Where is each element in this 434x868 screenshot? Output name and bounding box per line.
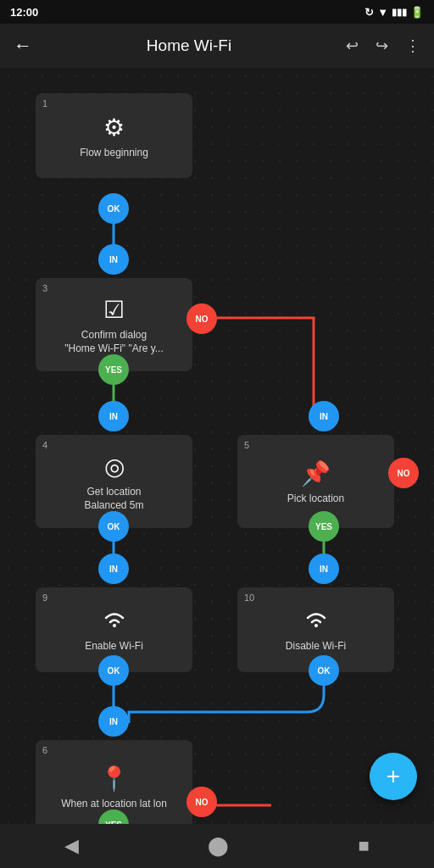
node-1-ok-connector[interactable]: OK xyxy=(98,193,129,224)
node-10-num: 10 xyxy=(244,593,254,603)
flow-canvas[interactable]: 1 ⚙ Flow beginning OK IN 3 ☑ Confirm dia… xyxy=(0,68,434,868)
top-bar-actions: ↩ ↪ ⋮ xyxy=(339,30,427,62)
wifi-enable-icon xyxy=(102,608,127,635)
node-10-ok-connector[interactable]: OK xyxy=(309,655,339,686)
status-time: 12:00 xyxy=(10,6,38,19)
wifi-status-icon: ▼ xyxy=(377,6,388,19)
svg-point-6 xyxy=(314,624,318,627)
nav-back-button[interactable]: ◀ xyxy=(58,828,86,864)
node-9-num: 9 xyxy=(42,593,47,603)
add-flow-button[interactable]: + xyxy=(370,753,417,800)
status-bar: 12:00 ↻ ▼ ▮▮▮ 🔋 xyxy=(0,0,434,24)
nav-stop-button[interactable]: ■ xyxy=(352,828,376,864)
gear-icon: ⚙ xyxy=(103,114,125,142)
redo-button[interactable]: ↪ xyxy=(369,30,395,62)
page-title: Home Wi-Fi xyxy=(46,36,332,55)
node-6-no-connector[interactable]: NO xyxy=(186,787,217,817)
node-3-no-connector[interactable]: NO xyxy=(186,303,217,334)
node-flow-beginning[interactable]: 1 ⚙ Flow beginning xyxy=(36,93,192,178)
node-3-yes-connector[interactable]: YES xyxy=(98,354,129,385)
node-3-num: 3 xyxy=(42,283,47,293)
nav-home-button[interactable]: ⬤ xyxy=(201,828,236,864)
status-icons: ↻ ▼ ▮▮▮ 🔋 xyxy=(364,6,424,19)
signal-icon: ▮▮▮ xyxy=(392,7,407,18)
target-icon: ◎ xyxy=(104,453,125,481)
node-4-label: Get locationBalanced 5m xyxy=(84,486,143,512)
check-icon: ☑ xyxy=(103,296,125,324)
node-9-ok-connector[interactable]: OK xyxy=(98,655,129,686)
node-6-in-connector[interactable]: IN xyxy=(98,706,129,737)
node-1-num: 1 xyxy=(42,98,47,108)
node-5-num: 5 xyxy=(244,440,249,450)
battery-icon: 🔋 xyxy=(410,6,424,19)
node-9-in-connector[interactable]: IN xyxy=(98,554,129,584)
node-3-label: Confirm dialog"Home Wi-Fi" "Are y... xyxy=(64,329,164,355)
wifi-disable-icon xyxy=(303,608,329,635)
node-6-num: 6 xyxy=(42,745,47,755)
node-6-label: When at location lat lon xyxy=(61,798,167,811)
back-button[interactable]: ← xyxy=(7,28,39,64)
top-bar: ← Home Wi-Fi ↩ ↪ ⋮ xyxy=(0,24,434,68)
svg-point-5 xyxy=(113,624,116,627)
node-10-label: Disable Wi-Fi xyxy=(286,640,346,654)
sync-icon: ↻ xyxy=(364,6,374,19)
undo-button[interactable]: ↩ xyxy=(339,30,365,62)
node-4-num: 4 xyxy=(42,440,47,450)
node-9-label: Enable Wi-Fi xyxy=(85,640,143,654)
location-icon: 📍 xyxy=(99,765,129,793)
node-10-in-connector[interactable]: IN xyxy=(309,554,339,584)
node-5-yes-connector[interactable]: YES xyxy=(309,511,339,542)
node-5-no-connector[interactable]: NO xyxy=(388,458,419,488)
node-5-label: Pick location xyxy=(287,492,344,506)
node-4-in-connector[interactable]: IN xyxy=(98,401,129,431)
node-4-ok-connector[interactable]: OK xyxy=(98,511,129,542)
node-5-in-connector[interactable]: IN xyxy=(309,401,339,431)
pin-icon: 📌 xyxy=(301,459,331,487)
node-1-label: Flow beginning xyxy=(80,147,148,160)
node-3-in-connector[interactable]: IN xyxy=(98,244,129,275)
more-button[interactable]: ⋮ xyxy=(398,30,427,62)
bottom-nav: ◀ ⬤ ■ xyxy=(0,824,434,868)
